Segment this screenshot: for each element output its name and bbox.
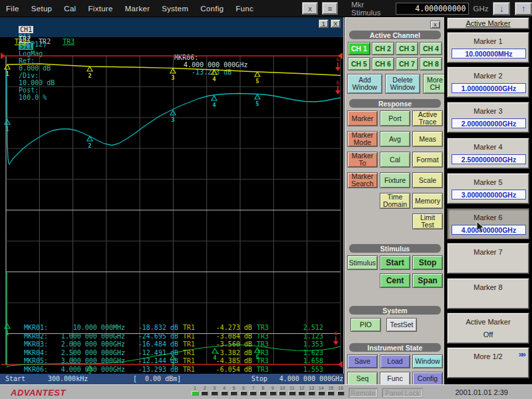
button-seq[interactable]: Seq — [347, 372, 378, 386]
menu-setup[interactable]: Setup — [25, 5, 59, 13]
softkey-active-marker[interactable]: Active MarkerOff — [447, 313, 529, 344]
softkey-value-field[interactable]: 2.000000000GHz — [452, 118, 526, 128]
indicator-4[interactable]: 4 — [219, 386, 229, 396]
indicator-1[interactable]: 1 — [190, 386, 200, 396]
step-up-icon[interactable]: ↑ — [515, 2, 532, 15]
softkey-value-field[interactable]: 1.000000000GHz — [452, 83, 526, 93]
button-fixture[interactable]: Fixture — [380, 172, 410, 188]
menu-file[interactable]: File — [0, 5, 25, 13]
soft-menu-panel: x Active Channel CH 1CH 2CH 3CH 4CH 5CH … — [344, 17, 444, 384]
stimulus-grid: StimulusStartStopCentSpan — [347, 255, 443, 288]
menu-config[interactable]: Config — [194, 5, 229, 13]
softkey-marker-8[interactable]: Marker 8 — [447, 278, 529, 309]
button-window[interactable]: Window — [412, 354, 443, 368]
softkey-marker-4[interactable]: Marker 42.500000000GHz — [447, 138, 529, 169]
indicator-5[interactable]: 5 — [229, 386, 239, 396]
button-ch-5[interactable]: CH 5 — [348, 57, 370, 70]
softkey-value-field[interactable]: 3.000000000GHz — [452, 190, 526, 200]
button-ch-6[interactable]: CH 6 — [372, 57, 394, 70]
indicator-8[interactable]: 8 — [258, 386, 268, 396]
softkey-marker-7[interactable]: Marker 7 — [447, 243, 529, 274]
indicator-lamp — [259, 391, 267, 396]
button-ch-2[interactable]: CH 2 — [372, 42, 394, 55]
button-marker[interactable]: Marker — [347, 110, 378, 126]
button-format[interactable]: Format — [412, 152, 443, 168]
button-avg[interactable]: Avg — [380, 131, 410, 147]
button-more-ch[interactable]: More CH — [423, 74, 447, 94]
button-stop[interactable]: Stop — [412, 255, 443, 270]
button-config[interactable]: Config — [412, 372, 443, 386]
button-add-window[interactable]: Add Window — [347, 74, 382, 94]
button-scale[interactable]: Scale — [412, 172, 443, 188]
trace-marker-triangle — [255, 72, 260, 76]
menu-func[interactable]: Func — [230, 5, 260, 13]
button-load[interactable]: Load — [380, 354, 410, 368]
indicator-12[interactable]: 12 — [297, 386, 307, 396]
softkey-marker-2[interactable]: Marker 21.000000000GHz — [447, 66, 529, 98]
button-delete-window[interactable]: Delete Window — [385, 74, 420, 94]
button-ch-4[interactable]: CH 4 — [420, 42, 442, 55]
button-marker-mode[interactable]: Marker Mode — [347, 131, 378, 147]
button-pio[interactable]: PIO — [350, 318, 381, 332]
button-span[interactable]: Span — [412, 273, 443, 288]
softkey-value-field[interactable]: 10.000000MHz — [452, 49, 526, 59]
menu-cal[interactable]: Cal — [58, 5, 82, 13]
panel-lock-status: Panel Lock — [382, 388, 423, 398]
panel-close-icon[interactable]: x — [430, 21, 440, 29]
softkey-more-1-2[interactable]: More 1/2»» — [447, 347, 529, 378]
menu-list: FileSetupCalFixtureMarkerSystemConfigFun… — [0, 5, 259, 13]
indicator-6[interactable]: 6 — [239, 386, 249, 396]
top-menu-bar: FileSetupCalFixtureMarkerSystemConfigFun… — [0, 0, 532, 17]
indicator-3[interactable]: 3 — [209, 386, 219, 396]
trace-marker-number: 1 — [5, 126, 9, 132]
button-active-trace[interactable]: Active Trace — [412, 110, 443, 126]
button-marker-search[interactable]: Marker Search — [347, 172, 378, 188]
button-memory[interactable]: Memory — [412, 193, 443, 209]
indicator-10[interactable]: 10 — [277, 386, 287, 396]
indicator-13[interactable]: 13 — [307, 386, 317, 396]
menu-system[interactable]: System — [156, 5, 194, 13]
button-marker-to[interactable]: Marker To — [347, 152, 378, 168]
softkey-label: More 1/2 — [448, 352, 529, 360]
close-icon[interactable]: x — [302, 2, 318, 15]
button-ch-7[interactable]: CH 7 — [396, 57, 418, 70]
button-testset[interactable]: TestSet — [386, 318, 417, 332]
indicator-16[interactable]: 16 — [336, 386, 346, 396]
section-stimulus: Stimulus — [349, 244, 441, 253]
marker-freq: 1.000 000 000GHz — [55, 332, 125, 341]
indicator-15[interactable]: 15 — [326, 386, 336, 396]
button-ch-3[interactable]: CH 3 — [396, 42, 418, 55]
softkey-marker-5[interactable]: Marker 53.000000000GHz — [447, 173, 529, 204]
button-save[interactable]: Save — [347, 354, 378, 368]
softkey-marker-1[interactable]: Marker 110.000000MHz — [447, 32, 529, 63]
button-cent[interactable]: Cent — [380, 273, 410, 288]
menu-fixture[interactable]: Fixture — [82, 5, 118, 13]
section-instrument-state: Instrument State — [349, 343, 441, 352]
list-icon[interactable]: ≡ — [322, 2, 338, 15]
indicator-14[interactable]: 14 — [317, 386, 327, 396]
button-cal[interactable]: Cal — [380, 152, 410, 168]
indicator-9[interactable]: 9 — [268, 386, 278, 396]
button-limit-test[interactable]: Limit Test — [412, 213, 443, 229]
button-ch-8[interactable]: CH 8 — [420, 57, 442, 70]
indicator-11[interactable]: 11 — [287, 386, 297, 396]
button-start[interactable]: Start — [380, 255, 410, 270]
button-meas[interactable]: Meas — [412, 131, 443, 147]
button-func[interactable]: Func — [380, 372, 410, 386]
marker-freq: 2.000 000 000GHz — [55, 340, 125, 349]
indicator-lamp — [240, 391, 247, 396]
indicator-7[interactable]: 7 — [249, 386, 259, 396]
step-down-icon[interactable]: ↓ — [493, 2, 510, 15]
softkey-value-field[interactable]: 2.500000000GHz — [452, 154, 526, 164]
softkey-value-field[interactable]: 4.000000000GHz — [452, 225, 526, 235]
button-time-domain[interactable]: Time Domain — [380, 193, 410, 209]
indicator-2[interactable]: 2 — [200, 386, 210, 396]
softkey-marker-6[interactable]: Marker 64.000000000GHz — [447, 208, 529, 239]
menu-marker[interactable]: Marker — [119, 5, 156, 13]
window-buttons-row: Add WindowDelete WindowMore CH — [347, 74, 444, 94]
mkr-stimulus-input[interactable]: 4.000000000 — [396, 3, 469, 15]
button-stimulus[interactable]: Stimulus — [347, 255, 378, 270]
button-port[interactable]: Port — [380, 110, 410, 126]
button-ch-1[interactable]: CH 1 — [348, 42, 370, 55]
softkey-marker-3[interactable]: Marker 32.000000000GHz — [447, 102, 529, 133]
